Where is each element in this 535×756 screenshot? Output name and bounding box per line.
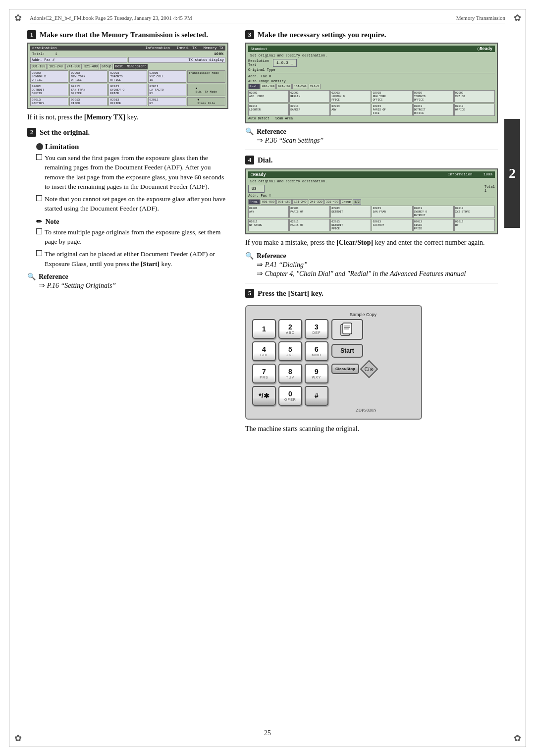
page-header: AdonisC2_EN_b-f_FM.book Page 25 Tuesday,… [30,15,505,23]
keyhash-label: # [315,392,319,400]
key8-label: 8 [288,368,292,376]
sc2-c4: 02003NEW YORKOFFICE [372,90,412,103]
screen3-total: Total1 [484,185,495,193]
sc1-r3c5: ▼Store File [187,97,225,106]
start-diamond-btn: C/⊗ [362,362,376,377]
sc3-c4: 02013SAN FRAN [372,206,412,218]
step5-body: The machine starts scanning the original… [245,424,498,434]
key-hash: # [305,386,328,406]
step3-reference: 🔍 Reference ⇒ P.36 “Scan Settings” [245,127,498,145]
sc3-t5: 321~400 [324,199,340,205]
note-box: ✏ Note To store multiple page originals … [36,217,228,269]
limitation-text2: Note that you cannot set pages on the ex… [45,194,228,214]
sc3-r2c3: 02013DETROITFFICE [330,219,371,231]
screen1-tab1: 001~180 [30,64,47,69]
c-symbol: C/⊗ [365,366,374,372]
limitation-item1: You can send the first pages from the ex… [36,153,228,192]
note-icon: ✏ [36,217,42,226]
step4-ref-arrow1: ⇒ [257,261,265,269]
sc3-r2c2: 02013PARIS OF [289,219,330,231]
step1-heading-text: Make sure that the Memory Transmission i… [40,30,208,40]
sc2-r2c1: 02013LIGHTER [248,104,289,116]
screen2-display: Standout ◯Ready Set original and specify… [245,43,498,123]
main-content: 1 Make sure that the Memory Transmission… [27,30,498,726]
step2-ref-arrow: ⇒ [39,281,47,289]
sc3-r2c6: 02013HY [454,219,495,231]
key-1: 1 [252,319,276,339]
sc1-c1: 02003LONDON DOFFICE [30,70,68,83]
sc3-t1: 001~080 [261,199,276,205]
sc3-freq: Freq. [248,199,260,205]
step1-heading: 1 Make sure that the Memory Transmission… [27,30,228,40]
key9-label: 9 [315,368,319,376]
sc1-r3c4: 02013BY [148,97,186,106]
key6-label: 6 [315,345,319,353]
sc2-r2c4: 02013PARIS OFFICE [372,104,412,116]
key-5: 5 JKL [278,341,302,361]
key-7: 7 PRS [252,364,276,383]
keystar-label: */✱ [259,392,269,400]
key7-label: 7 [262,368,266,376]
start-button[interactable]: Start [331,344,363,358]
screen3-display: ◯Ready Information 100% Set original and… [245,168,498,234]
clear-stop-button[interactable]: Clear/Stop [331,364,359,374]
step2-ref-text: P.16 “Setting Originals” [47,282,116,289]
sc2-r2c5: 02013DETROITOFFICE [413,104,454,116]
screen2-addr: Addr. Fax # [248,74,495,78]
step1-body: If it is not, press the [Memory TX] key. [27,112,228,122]
step5: 5 Press the [Start] key. Sample Copy 1 [245,288,498,434]
checkbox4 [36,250,42,256]
sc1-c3: 02003TORONTOOFFICE [108,70,147,83]
step5-heading: 5 Press the [Start] key. [245,288,498,298]
corner-decoration-bl: ✿ [11,731,25,745]
clear-stop-key: [Clear/Stop] [336,239,373,246]
screen2-resolution: Resolution [248,59,269,63]
step4-ref-text1: P.41 “Dialing” [265,261,308,269]
step3-ref-arrow: ⇒ [257,136,265,144]
step2: 2 Set the original. Limitation You can s… [27,127,228,290]
screen2-auto-density: Auto Image Density [248,79,495,83]
step4-heading: 4 Dial. [245,155,498,165]
divider1 [245,150,498,150]
step4-body: If you make a mistake, press the [Clear/… [245,237,498,248]
step5-heading-text: Press the [Start] key. [258,288,323,298]
note-heading: ✏ Note [36,217,228,226]
ref-icon2: 🔍 [27,272,36,281]
keypad-grid: 1 2 ABC 3 DEF 4 [252,319,328,406]
limitation-item2: Note that you cannot set pages on the ex… [36,194,228,214]
screen3-ready-label: ◯Ready [251,172,266,177]
step1: 1 Make sure that the Memory Transmission… [27,30,228,122]
checkbox2 [36,195,42,201]
sc3-r2c4: 02013FACTORY [372,219,412,231]
screen1-add-fax: Addr. Fax # [30,57,127,63]
checkbox3 [36,228,42,234]
sc2-c2: 02003BERLIN [289,90,330,103]
clear-stop-area: Clear/Stop C/⊗ [331,362,376,377]
sc2-c6: 02003XYZ CO [454,90,495,103]
screen1-tab4: 321~400 [83,64,99,69]
step4-ref-label: Reference [257,252,286,260]
limitation-heading: Limitation [36,143,228,151]
note-item1: To store multiple page originals from th… [36,227,228,247]
sc2-r2c3: 02013ANY [330,104,371,116]
screen3-sub: Set original and specify destination. [248,179,495,184]
sc2-scan-area: Scan Area [275,117,293,120]
sc1-r2c3: 02013SYDNEY OFFICE [108,84,147,96]
screen2-sub: Set original and specify destination. [248,53,495,58]
left-column: 1 Make sure that the Memory Transmission… [27,30,240,726]
key0-label: 0 [288,390,292,398]
sc3-c6: 02013XYZ STORE [454,206,495,218]
step3-ref-label: Reference [257,128,286,135]
key-4: 4 GHI [252,341,276,361]
screen1-right: Information Immed. TX Memory TX [145,46,223,50]
step5-number: 5 [245,289,254,298]
sample-copy-icon [340,323,355,336]
ref-icon4: 🔍 [245,252,254,260]
sc3-r2c5: 02013CISCOFFICE [413,219,454,231]
limitation-box: Limitation You can send the first pages … [36,143,228,214]
sc1-c2: 02003NEW YORKOFFICE [69,70,107,83]
start-key-inline: [Start] [141,260,160,268]
sc3-t2: 081~160 [276,199,292,205]
sc3-c1: 02003ANY [248,206,289,218]
key-8: 8 TUV [278,364,302,383]
